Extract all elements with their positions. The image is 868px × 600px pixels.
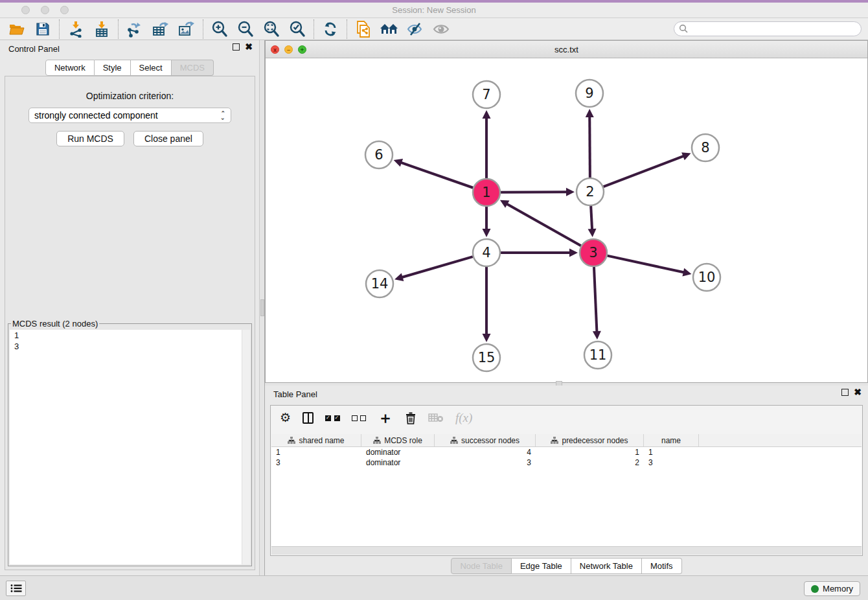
graph-edge-1-2[interactable] [501,192,568,192]
close-panel-button[interactable]: Close panel [133,131,203,146]
tab-mcds[interactable]: MCDS [172,60,214,76]
criterion-dropdown[interactable]: strongly connected component ⌃⌃ [29,108,231,123]
column-header-name[interactable]: name [644,434,699,446]
graph-edge-arrowhead [682,268,691,277]
function-builder-icon: f(x) [455,411,472,425]
zoom-selected-icon[interactable] [284,19,310,39]
first-neighbors-icon[interactable] [376,19,402,39]
graph-node-label: 7 [482,87,490,102]
graph-node-label: 1 [482,185,490,200]
table-horizontal-scrollbar[interactable] [271,546,862,555]
float-panel-icon[interactable] [233,43,240,51]
cell-shared-name[interactable]: 3 [271,457,361,468]
import-table-icon[interactable] [89,19,115,39]
delete-table-icon [428,413,444,423]
cell-mcds-role[interactable]: dominator [361,457,435,468]
table-settings-gear-icon[interactable]: ⚙ [280,411,291,424]
graph-node-15[interactable]: 15 [473,344,500,371]
cell-name[interactable]: 3 [644,457,699,468]
show-columns-icon[interactable] [303,412,314,424]
tab-edge-table[interactable]: Edge Table [512,558,571,574]
apply-layout-icon[interactable] [317,19,343,39]
table-panel-header: Table Panel ✖ [265,386,868,402]
deselect-all-icon[interactable] [352,412,366,424]
graph-node-1[interactable]: 1 [473,179,500,206]
list-icon [10,584,22,593]
cell-mcds-role[interactable]: dominator [361,447,435,457]
float-table-panel-icon[interactable] [841,389,849,396]
graph-edge-arrowhead [394,159,403,167]
result-scrollbar[interactable] [242,330,250,564]
save-session-icon[interactable] [30,19,56,39]
graph-node-14[interactable]: 14 [366,270,393,297]
vertical-splitter-handle[interactable] [260,299,264,316]
graph-node-3[interactable]: 3 [580,239,607,266]
network-canvas[interactable]: 7968124314101511 [266,58,867,382]
add-column-icon[interactable]: ＋ [378,411,393,424]
close-panel-icon[interactable]: ✖ [245,43,253,51]
table-row[interactable]: 1 dominator 4 1 1 [271,447,862,457]
select-all-icon[interactable] [325,412,339,424]
graph-edge-4-14[interactable] [401,257,473,277]
open-folder-icon[interactable] [4,19,30,39]
graph-node-8[interactable]: 8 [692,134,719,161]
graph-edge-2-9[interactable] [589,115,590,178]
graph-node-6[interactable]: 6 [365,141,393,168]
graph-edge-arrowhead [483,334,491,342]
graph-node-9[interactable]: 9 [576,80,603,107]
graph-edge-3-11[interactable] [594,267,597,333]
tab-network[interactable]: Network [45,60,95,76]
column-header-successor-nodes[interactable]: successor nodes [435,434,536,446]
graph-node-4[interactable]: 4 [473,239,500,266]
tab-motifs[interactable]: Motifs [642,558,682,574]
column-header-shared-name[interactable]: shared name [271,434,361,446]
run-mcds-button[interactable]: Run MCDS [56,131,124,146]
tab-style[interactable]: Style [95,60,131,76]
cell-name[interactable]: 1 [644,447,699,457]
cell-successor-nodes[interactable]: 4 [435,447,536,457]
network-window-titlebar[interactable]: x – + scc.txt [266,41,867,58]
graph-node-11[interactable]: 11 [584,341,611,369]
task-history-button[interactable] [6,581,26,596]
graph-edge-2-3[interactable] [591,206,592,231]
export-network-icon[interactable] [122,19,148,39]
graph-edge-arrowhead [394,273,404,281]
memory-label: Memory [823,584,853,594]
cell-predecessor-nodes[interactable]: 2 [536,457,644,468]
graph-edge-3-1[interactable] [506,203,581,246]
search-box[interactable] [674,21,862,36]
graph-edge-2-8[interactable] [604,156,685,187]
network-graph[interactable]: 7968124314101511 [266,58,867,382]
graph-node-7[interactable]: 7 [473,81,500,108]
zoom-in-icon[interactable] [207,19,233,39]
close-table-panel-icon[interactable]: ✖ [854,389,862,396]
graph-node-2[interactable]: 2 [577,178,604,205]
table-row[interactable]: 3 dominator 3 2 3 [271,457,862,468]
import-network-icon[interactable] [63,19,89,39]
export-image-icon[interactable] [174,19,200,39]
vertical-splitter[interactable] [259,40,265,575]
tab-node-table[interactable]: Node Table [451,558,512,574]
cell-successor-nodes[interactable]: 3 [435,457,536,468]
search-input[interactable] [689,22,861,36]
graph-edge-1-6[interactable] [400,162,473,188]
tab-select[interactable]: Select [131,60,172,76]
zoom-fit-icon[interactable] [258,19,284,39]
eye-disabled-icon [428,19,454,39]
delete-column-trash-icon[interactable] [405,411,417,424]
graph-node-label: 15 [478,350,496,365]
show-style-icon[interactable] [402,19,428,39]
export-table-icon[interactable] [148,19,174,39]
column-header-predecessor-nodes[interactable]: predecessor nodes [536,434,644,446]
column-header-mcds-role[interactable]: MCDS role [361,434,435,446]
cell-shared-name[interactable]: 1 [271,447,361,457]
duplicate-network-icon[interactable] [350,19,376,39]
toolbar-separator [59,19,60,39]
memory-button[interactable]: Memory [804,581,860,596]
tab-network-table[interactable]: Network Table [571,558,642,574]
graph-edge-3-10[interactable] [607,256,685,273]
graph-node-10[interactable]: 10 [693,264,720,291]
cell-predecessor-nodes[interactable]: 1 [536,447,644,457]
zoom-out-icon[interactable] [233,19,258,39]
optimization-criterion-label: Optimization criterion: [5,91,255,101]
